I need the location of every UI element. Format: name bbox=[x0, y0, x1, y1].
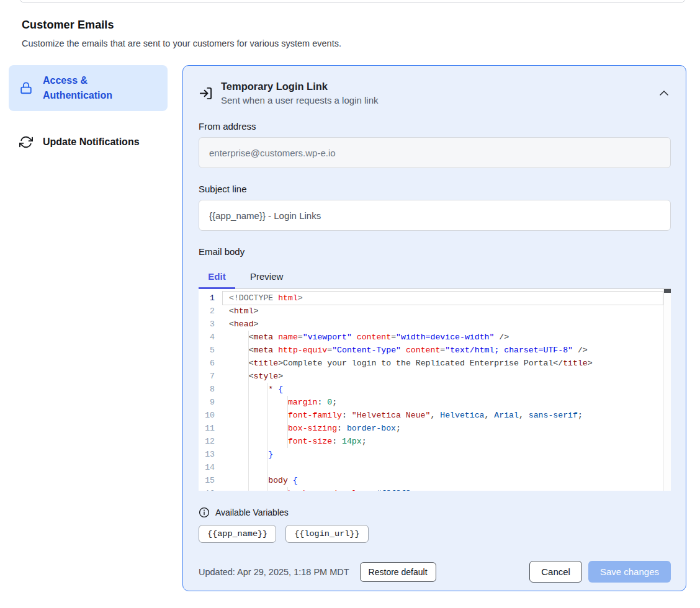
code-line-content: <head> bbox=[215, 318, 671, 331]
variable-chip-app-name[interactable]: {{app_name}} bbox=[199, 525, 276, 543]
code-line-content: background-color: #f8f8f8; bbox=[215, 487, 671, 491]
code-line-content: font-family: "Helvetica Neue", Helvetica… bbox=[215, 409, 671, 422]
variable-chip-login-url[interactable]: {{login_url}} bbox=[285, 525, 368, 543]
line-number: 16 bbox=[199, 487, 215, 491]
from-address-input[interactable] bbox=[199, 137, 671, 168]
line-number: 14 bbox=[199, 461, 215, 474]
line-number: 13 bbox=[199, 448, 215, 461]
editor-scrollbar[interactable] bbox=[663, 289, 671, 491]
cancel-button[interactable]: Cancel bbox=[529, 561, 582, 583]
code-line[interactable]: 3<head> bbox=[199, 318, 671, 331]
chevron-up-icon[interactable] bbox=[658, 87, 670, 99]
scrollbar-thumb[interactable] bbox=[664, 289, 671, 293]
from-address-label: From address bbox=[199, 121, 671, 132]
available-variables-label: Available Variables bbox=[215, 507, 289, 517]
sync-icon bbox=[19, 135, 34, 150]
code-line[interactable]: 9margin: 0; bbox=[199, 396, 671, 409]
code-line[interactable]: 15body { bbox=[199, 474, 671, 487]
code-line[interactable]: 1<!DOCTYPE html> bbox=[199, 292, 671, 305]
code-line[interactable]: 4<meta name="viewport" content="width=de… bbox=[199, 331, 671, 344]
code-line-content: font-size: 14px; bbox=[215, 435, 671, 448]
code-line[interactable]: 10font-family: "Helvetica Neue", Helveti… bbox=[199, 409, 671, 422]
line-number: 15 bbox=[199, 474, 215, 487]
code-line[interactable]: 8* { bbox=[199, 383, 671, 396]
line-number: 8 bbox=[199, 383, 215, 396]
settings-sidebar: Access & Authentication Update Notificat… bbox=[9, 65, 168, 158]
email-settings-panel: Temporary Login Link Sent when a user re… bbox=[182, 65, 686, 591]
line-number: 2 bbox=[199, 305, 215, 318]
sidebar-item-update-notifications[interactable]: Update Notifications bbox=[9, 127, 168, 158]
code-line[interactable]: 6<title>Complete your login to the Repli… bbox=[199, 357, 671, 370]
code-line[interactable]: 7<style> bbox=[199, 370, 671, 383]
code-editor[interactable]: 1<!DOCTYPE html>2<html>3<head>4<meta nam… bbox=[199, 289, 671, 491]
info-icon bbox=[199, 507, 210, 518]
panel-title: Temporary Login Link bbox=[221, 81, 650, 92]
sidebar-item-label: Access & Authentication bbox=[43, 73, 158, 103]
restore-default-button[interactable]: Restore default bbox=[360, 562, 436, 582]
line-number: 7 bbox=[199, 370, 215, 383]
panel-subtitle: Sent when a user requests a login link bbox=[221, 95, 650, 105]
log-in-icon bbox=[199, 86, 213, 101]
code-line-content: <meta http-equiv="Content-Type" content=… bbox=[215, 344, 671, 357]
code-line-content: } bbox=[215, 448, 671, 461]
code-line-content: * { bbox=[215, 383, 671, 396]
code-line-content: <style> bbox=[215, 370, 671, 383]
code-line[interactable]: 11box-sizing: border-box; bbox=[199, 422, 671, 435]
page-title: Customer Emails bbox=[22, 19, 700, 32]
line-number: 3 bbox=[199, 318, 215, 331]
line-number: 10 bbox=[199, 409, 215, 422]
code-line[interactable]: 16background-color: #f8f8f8; bbox=[199, 487, 671, 491]
updated-timestamp: Updated: Apr 29, 2025, 1:18 PM MDT bbox=[199, 567, 349, 577]
tab-preview[interactable]: Preview bbox=[235, 265, 299, 289]
sidebar-item-access-authentication[interactable]: Access & Authentication bbox=[9, 65, 168, 111]
code-line[interactable]: 14 bbox=[199, 461, 671, 474]
code-line-content: <meta name="viewport" content="width=dev… bbox=[215, 331, 671, 344]
editor-tabs: Edit Preview bbox=[199, 265, 671, 289]
code-line-content bbox=[215, 461, 671, 474]
page-subtitle: Customize the emails that are sent to yo… bbox=[22, 38, 700, 48]
code-line-content: <html> bbox=[215, 305, 671, 318]
code-line-content: <title>Complete your login to the Replic… bbox=[215, 357, 671, 370]
sidebar-item-label: Update Notifications bbox=[43, 135, 140, 150]
code-line[interactable]: 2<html> bbox=[199, 305, 671, 318]
line-number: 1 bbox=[199, 292, 215, 305]
code-line[interactable]: 13} bbox=[199, 448, 671, 461]
line-number: 9 bbox=[199, 396, 215, 409]
code-line-content: margin: 0; bbox=[215, 396, 671, 409]
line-number: 4 bbox=[199, 331, 215, 344]
save-changes-button[interactable]: Save changes bbox=[588, 561, 671, 583]
code-line[interactable]: 5<meta http-equiv="Content-Type" content… bbox=[199, 344, 671, 357]
previous-card-edge bbox=[19, 0, 686, 3]
subject-line-label: Subject line bbox=[199, 184, 671, 194]
line-number: 5 bbox=[199, 344, 215, 357]
email-body-label: Email body bbox=[199, 246, 671, 257]
line-number: 12 bbox=[199, 435, 215, 448]
code-line-content: body { bbox=[215, 474, 671, 487]
code-line[interactable]: 12font-size: 14px; bbox=[199, 435, 671, 448]
subject-line-input[interactable] bbox=[199, 200, 671, 231]
code-line-content: <!DOCTYPE html> bbox=[215, 292, 671, 305]
line-number: 6 bbox=[199, 357, 215, 370]
lock-icon bbox=[19, 81, 34, 96]
line-number: 11 bbox=[199, 422, 215, 435]
panel-header: Temporary Login Link Sent when a user re… bbox=[199, 81, 671, 105]
code-line-content: box-sizing: border-box; bbox=[215, 422, 671, 435]
tab-edit[interactable]: Edit bbox=[199, 265, 235, 289]
